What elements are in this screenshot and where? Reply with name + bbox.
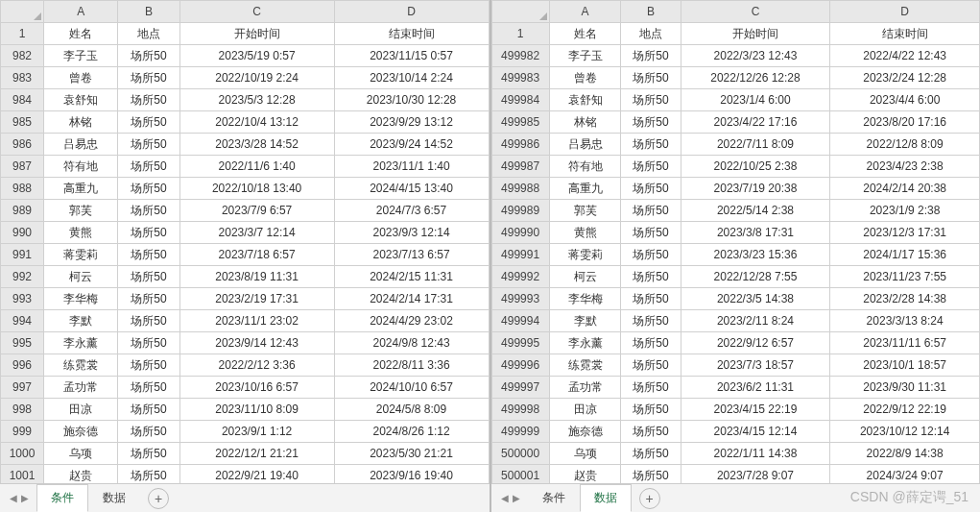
cell-place[interactable]: 场所50 <box>118 67 179 89</box>
cell-place[interactable]: 场所50 <box>621 443 681 465</box>
cell-end[interactable]: 2023/4/23 2:38 <box>830 156 980 178</box>
row-header[interactable]: 499996 <box>491 354 549 377</box>
row-header[interactable]: 998 <box>1 399 44 421</box>
cell-start[interactable]: 2022/9/21 19:40 <box>179 465 334 484</box>
col-header-a[interactable]: A <box>44 1 118 23</box>
cell-end[interactable]: 2024/3/24 9:07 <box>830 465 980 484</box>
cell-name[interactable]: 郭芙 <box>549 200 621 222</box>
cell-start[interactable]: 2023/2/19 17:31 <box>179 288 334 310</box>
cell-start[interactable]: 2023/7/18 6:57 <box>179 244 334 266</box>
row-header[interactable]: 499984 <box>491 89 549 111</box>
col-header-c[interactable]: C <box>681 1 830 23</box>
cell-end[interactable]: 2024/4/15 13:40 <box>334 178 489 200</box>
cell-name[interactable]: 练霓裳 <box>549 354 621 377</box>
right-grid[interactable]: A B C D 1 姓名 地点 开始时间 结束时间 499982李子玉场所502… <box>491 0 981 483</box>
cell-start[interactable]: 2022/7/11 8:09 <box>681 134 830 156</box>
cell-start[interactable]: 2023/3/8 17:31 <box>681 222 830 244</box>
cell-place[interactable]: 场所50 <box>118 244 179 266</box>
cell-place[interactable]: 场所50 <box>118 288 179 310</box>
cell-name[interactable]: 李永薰 <box>549 332 621 354</box>
cell-place[interactable]: 场所50 <box>118 465 179 484</box>
cell-place[interactable]: 场所50 <box>118 111 179 134</box>
cell-end[interactable]: 2023/7/13 6:57 <box>334 244 489 266</box>
row-header[interactable]: 986 <box>1 134 44 156</box>
cell-name[interactable]: 李永薰 <box>44 332 118 354</box>
cell-name[interactable]: 李子玉 <box>44 45 118 67</box>
cell-name[interactable]: 李默 <box>549 310 621 332</box>
row-header[interactable]: 987 <box>1 156 44 178</box>
cell-place[interactable]: 场所50 <box>118 178 179 200</box>
row-header[interactable]: 499982 <box>491 45 549 67</box>
cell-start[interactable]: 2023/4/22 17:16 <box>681 111 830 134</box>
cell-end[interactable]: 2023/10/12 12:14 <box>830 421 980 443</box>
cell-end[interactable]: 2023/9/30 11:31 <box>830 377 980 399</box>
cell-end[interactable]: 2023/11/11 6:57 <box>830 332 980 354</box>
cell-place[interactable]: 场所50 <box>621 288 681 310</box>
cell-place[interactable]: 场所50 <box>621 421 681 443</box>
cell-start[interactable]: 2022/12/1 21:21 <box>179 443 334 465</box>
cell-start[interactable]: 2022/1/11 14:38 <box>681 443 830 465</box>
row-header[interactable]: 1001 <box>1 465 44 484</box>
cell-end[interactable]: 2023/4/4 6:00 <box>830 89 980 111</box>
row-header[interactable]: 499993 <box>491 288 549 310</box>
cell-end[interactable]: 2023/9/29 13:12 <box>334 111 489 134</box>
row-header[interactable]: 1 <box>491 23 549 45</box>
row-header[interactable]: 499990 <box>491 222 549 244</box>
cell-place[interactable]: 场所50 <box>118 354 179 377</box>
cell-place[interactable]: 场所50 <box>118 45 179 67</box>
cell-start[interactable]: 2023/5/3 12:28 <box>179 89 334 111</box>
row-header[interactable]: 983 <box>1 67 44 89</box>
row-header[interactable]: 499989 <box>491 200 549 222</box>
cell-end[interactable]: 2024/10/10 6:57 <box>334 377 489 399</box>
cell-end[interactable]: 2024/8/26 1:12 <box>334 421 489 443</box>
col-header-d[interactable]: D <box>334 1 489 23</box>
cell-end[interactable]: 2023/2/24 12:28 <box>830 67 980 89</box>
cell-start[interactable]: 2023/11/1 23:02 <box>179 310 334 332</box>
cell-name[interactable]: 田凉 <box>44 399 118 421</box>
cell-place[interactable]: 场所50 <box>621 67 681 89</box>
cell-name[interactable]: 高重九 <box>44 178 118 200</box>
cell-end[interactable]: 2023/1/9 2:38 <box>830 200 980 222</box>
cell-name[interactable]: 田凉 <box>549 399 621 421</box>
cell-name[interactable]: 黄熊 <box>44 222 118 244</box>
row-header[interactable]: 499991 <box>491 244 549 266</box>
cell-end[interactable]: 2022/12/8 8:09 <box>830 134 980 156</box>
cell-name[interactable]: 蒋雯莉 <box>549 244 621 266</box>
cell-end[interactable]: 2023/2/28 14:38 <box>830 288 980 310</box>
row-header[interactable]: 499994 <box>491 310 549 332</box>
cell-end[interactable]: 2023/11/23 7:55 <box>830 266 980 288</box>
cell-end[interactable]: 2023/11/1 1:40 <box>334 156 489 178</box>
cell-name[interactable]: 高重九 <box>549 178 621 200</box>
cell-start[interactable]: 2022/9/12 6:57 <box>681 332 830 354</box>
cell-end[interactable]: 2022/8/9 14:38 <box>830 443 980 465</box>
header-cell-place[interactable]: 地点 <box>621 23 681 45</box>
header-cell-end[interactable]: 结束时间 <box>334 23 489 45</box>
row-header[interactable]: 984 <box>1 89 44 111</box>
cell-end[interactable]: 2024/5/8 8:09 <box>334 399 489 421</box>
cell-end[interactable]: 2024/2/14 20:38 <box>830 178 980 200</box>
cell-place[interactable]: 场所50 <box>118 443 179 465</box>
row-header[interactable]: 994 <box>1 310 44 332</box>
cell-end[interactable]: 2023/11/15 0:57 <box>334 45 489 67</box>
row-header[interactable]: 499985 <box>491 111 549 134</box>
cell-start[interactable]: 2023/11/10 8:09 <box>179 399 334 421</box>
cell-place[interactable]: 场所50 <box>118 222 179 244</box>
cell-start[interactable]: 2023/7/28 9:07 <box>681 465 830 484</box>
cell-start[interactable]: 2023/4/15 12:14 <box>681 421 830 443</box>
cell-place[interactable]: 场所50 <box>118 156 179 178</box>
cell-end[interactable]: 2023/10/30 12:28 <box>334 89 489 111</box>
header-cell-name[interactable]: 姓名 <box>44 23 118 45</box>
left-grid[interactable]: A B C D 1 姓名 地点 开始时间 结束时间 982李子玉场所502023… <box>0 0 490 483</box>
cell-place[interactable]: 场所50 <box>621 89 681 111</box>
col-header-d[interactable]: D <box>830 1 980 23</box>
cell-end[interactable]: 2024/2/15 11:31 <box>334 266 489 288</box>
row-header[interactable]: 500000 <box>491 443 549 465</box>
cell-name[interactable]: 袁舒知 <box>549 89 621 111</box>
cell-start[interactable]: 2023/4/15 22:19 <box>681 399 830 421</box>
cell-start[interactable]: 2023/7/9 6:57 <box>179 200 334 222</box>
cell-end[interactable]: 2023/9/3 12:14 <box>334 222 489 244</box>
header-cell-start[interactable]: 开始时间 <box>681 23 830 45</box>
cell-name[interactable]: 吕易忠 <box>44 134 118 156</box>
cell-end[interactable]: 2024/2/14 17:31 <box>334 288 489 310</box>
cell-end[interactable]: 2024/4/29 23:02 <box>334 310 489 332</box>
